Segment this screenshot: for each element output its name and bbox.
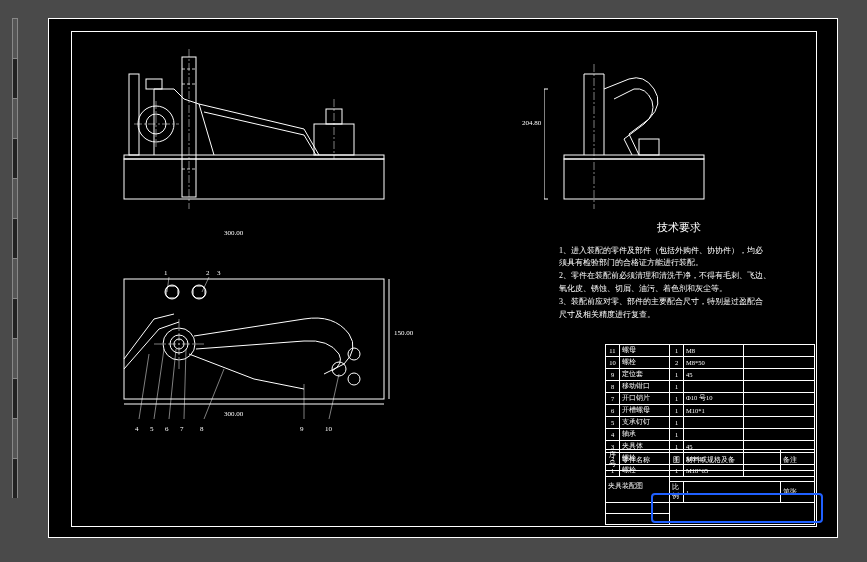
table-row: 11螺母1M8 (606, 345, 815, 357)
balloon-1: 1 (164, 269, 168, 277)
svg-point-27 (192, 285, 206, 299)
table-row: 6开槽螺母1M10*1 (606, 405, 815, 417)
balloon-5: 3 (217, 269, 221, 277)
svg-line-33 (139, 354, 149, 419)
svg-line-34 (154, 349, 164, 419)
svg-point-30 (348, 373, 360, 385)
tech-req-line: 氧化皮、锈蚀、切屑、油污、着色剂和灰尘等。 (559, 283, 799, 296)
balloon-2: 2 (206, 269, 210, 277)
svg-rect-15 (639, 139, 659, 155)
svg-line-37 (204, 369, 224, 419)
svg-rect-14 (564, 155, 704, 159)
tech-req-line: 尺寸及相关精度进行复查。 (559, 309, 799, 322)
front-view (104, 49, 404, 219)
dim-plan-height: 150.00 (394, 329, 413, 337)
table-row: 7开口销片1Φ10 号10 (606, 393, 815, 405)
svg-line-35 (169, 349, 176, 419)
svg-rect-12 (129, 74, 139, 155)
table-row: 8移动钳口1 (606, 381, 815, 393)
svg-point-29 (348, 348, 360, 360)
balloon-7: 7 (180, 425, 184, 433)
technical-requirements: 技术要求 1、进入装配的零件及部件（包括外购件、协协件），均必 须具有检验部门的… (559, 219, 799, 321)
balloon-6: 6 (165, 425, 169, 433)
selection-highlight[interactable] (651, 493, 823, 523)
tech-req-title: 技术要求 (559, 219, 799, 237)
plan-view (104, 259, 434, 449)
svg-rect-20 (124, 279, 384, 399)
tech-req-line: 1、进入装配的零件及部件（包括外购件、协协件），均必 (559, 245, 799, 258)
svg-line-39 (329, 374, 339, 419)
table-row: 5支承钉钉1 (606, 417, 815, 429)
dim-plan-width: 300.00 (224, 410, 243, 418)
balloon-8: 8 (200, 425, 204, 433)
drawing-canvas: 300.00 204.80 (48, 18, 838, 538)
table-row: 9定位套145 (606, 369, 815, 381)
table-row: 4轴承1 (606, 429, 815, 441)
svg-rect-1 (124, 155, 384, 159)
vertical-ruler (12, 18, 42, 538)
side-view (544, 49, 734, 219)
svg-rect-2 (146, 79, 162, 89)
balloon-3: 5 (150, 425, 154, 433)
svg-rect-13 (564, 159, 704, 199)
tech-req-line: 须具有检验部门的合格证方能进行装配。 (559, 257, 799, 270)
tech-req-line: 2、零件在装配前必须清理和清洗干净，不得有毛刺、飞边、 (559, 270, 799, 283)
tech-req-line: 3、装配前应对零、部件的主要配合尺寸，特别是过盈配合 (559, 296, 799, 309)
balloon-10: 10 (325, 425, 332, 433)
dim-side-height: 204.80 (522, 119, 541, 127)
svg-rect-0 (124, 159, 384, 199)
table-row: 10螺栓2M8*50 (606, 357, 815, 369)
balloon-9: 9 (300, 425, 304, 433)
dim-front-width: 300.00 (224, 229, 243, 237)
balloon-4: 4 (135, 425, 139, 433)
